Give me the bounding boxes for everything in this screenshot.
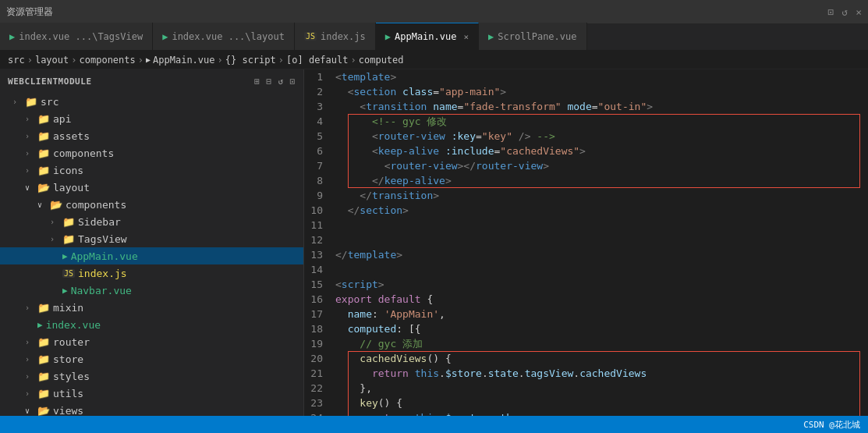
line-number: 2 [304, 84, 335, 99]
line-number: 13 [304, 247, 335, 262]
code-line-10: 10 </section> [304, 203, 868, 218]
tree-label: api [53, 113, 71, 125]
new-file-icon[interactable]: ⊞ [254, 76, 260, 87]
tab-label: ScrollPane.vue [498, 31, 576, 42]
tree-label: store [53, 353, 83, 365]
tree-label: index.vue [46, 319, 101, 331]
title-icon-3[interactable]: × [856, 6, 862, 18]
tree-item-layout-components[interactable]: ∨ 📂 components [0, 196, 303, 213]
code-line-2: 2 <section class="app-main"> [304, 84, 868, 99]
refresh-icon[interactable]: ↺ [278, 76, 284, 87]
tab-close-button[interactable]: × [463, 32, 469, 42]
breadcrumb-part: layout [35, 55, 69, 66]
tab-label: AppMain.vue [395, 31, 456, 42]
code-line-18: 18 computed: [{ [304, 321, 868, 336]
vue-icon: ▶ [62, 251, 68, 261]
sidebar-tree[interactable]: › 📁 src › 📁 api › 📁 [0, 93, 303, 416]
line-content: <section class="app-main"> [335, 84, 868, 99]
tree-item-store[interactable]: › 📁 store [0, 350, 303, 367]
app-container: 资源管理器 ⊡ ↺ × ▶ index.vue ...\TagsView ▶ i… [0, 0, 868, 433]
folder-icon: 📁 [37, 302, 50, 314]
tree-item-index-js[interactable]: › JS index.js [0, 264, 303, 282]
tree-item-views[interactable]: ∨ 📂 views [0, 402, 303, 416]
tree-arrow: › [25, 149, 37, 158]
line-number: 5 [304, 129, 335, 144]
line-number: 22 [304, 381, 335, 396]
breadcrumb-sep: › [278, 55, 284, 66]
line-content: computed: [{ [335, 321, 868, 336]
tab-index-layout[interactable]: ▶ index.vue ...\layout [153, 23, 295, 50]
tab-appmain-vue[interactable]: ▶ AppMain.vue × [376, 23, 479, 50]
tree-item-components[interactable]: › 📁 components [0, 144, 303, 161]
line-number: 9 [304, 188, 335, 203]
tree-arrow: › [50, 235, 62, 243]
folder-icon: 📁 [37, 353, 50, 365]
breadcrumb-part: computed [359, 55, 404, 66]
tree-arrow: › [25, 372, 37, 381]
vue-icon: ▶ [62, 286, 68, 296]
new-folder-icon[interactable]: ⊟ [266, 76, 271, 87]
line-number: 15 [304, 277, 335, 292]
tree-arrow: › [25, 303, 37, 312]
sidebar: WEBCLIENTMODULE ⊞ ⊟ ↺ ⊡ › 📁 src [0, 69, 304, 416]
tree-item-api[interactable]: › 📁 api [0, 110, 303, 127]
tree-label: utils [53, 388, 83, 399]
js-icon: JS [304, 32, 317, 41]
tree-item-styles[interactable]: › 📁 styles [0, 367, 303, 385]
tree-item-sidebar[interactable]: › 📁 Sidebar [0, 213, 303, 230]
tree-item-utils[interactable]: › 📁 utils [0, 385, 303, 402]
tree-item-src[interactable]: › 📁 src [0, 93, 303, 110]
tree-item-assets[interactable]: › 📁 assets [0, 127, 303, 144]
title-icon-2[interactable]: ↺ [841, 6, 848, 18]
tab-index-tagsview[interactable]: ▶ index.vue ...\TagsView [0, 23, 153, 50]
tree-arrow: › [25, 132, 37, 140]
vue-icon: ▶ [488, 31, 494, 42]
tree-item-router[interactable]: › 📁 router [0, 333, 303, 350]
tab-index-js[interactable]: JS index.js [295, 23, 376, 50]
folder-icon: 📁 [37, 113, 50, 125]
folder-icon: 📂 [37, 405, 50, 417]
tree-item-icons[interactable]: › 📁 icons [0, 161, 303, 179]
tree-label: components [66, 199, 126, 211]
tree-item-mixin[interactable]: › 📁 mixin [0, 299, 303, 316]
tree-item-navbar-vue[interactable]: › ▶ Navbar.vue [0, 282, 303, 299]
folder-icon: 📂 [37, 182, 50, 193]
line-number: 21 [304, 366, 335, 381]
tree-label: TagsView [78, 233, 127, 245]
code-line-24: 24 return this.$route.path [304, 410, 868, 416]
tree-item-layout[interactable]: ∨ 📂 layout [0, 179, 303, 196]
tree-item-index-vue[interactable]: › ▶ index.vue [0, 316, 303, 333]
folder-icon: 📁 [37, 147, 50, 159]
code-editor[interactable]: 1 <template> 2 <section class="app-main"… [304, 69, 868, 416]
tree-label: Navbar.vue [71, 285, 132, 296]
vue-icon: ▶ [385, 31, 391, 42]
tree-item-tagsview[interactable]: › 📁 TagsView [0, 230, 303, 247]
collapse-icon[interactable]: ⊡ [290, 76, 296, 87]
code-line-22: 22 }, [304, 381, 868, 396]
title-bar-label: 资源管理器 [6, 5, 53, 19]
code-line-3: 3 <transition name="fade-transform" mode… [304, 99, 868, 114]
tree-arrow: › [25, 166, 37, 175]
line-content: <transition name="fade-transform" mode="… [335, 99, 868, 114]
tree-label: router [53, 336, 90, 348]
code-area: 1 <template> 2 <section class="app-main"… [304, 69, 868, 416]
tree-arrow: ∨ [25, 183, 37, 192]
tree-arrow: › [50, 218, 62, 226]
line-number: 8 [304, 173, 335, 188]
tab-scrollpane-vue[interactable]: ▶ ScrollPane.vue [479, 23, 586, 50]
line-number: 19 [304, 336, 335, 351]
tree-label: index.js [78, 268, 127, 279]
line-content: export default { [335, 292, 868, 307]
line-number: 20 [304, 351, 335, 366]
code-line-15: 15 <script> [304, 277, 868, 292]
title-icon-1[interactable]: ⊡ [828, 6, 834, 18]
breadcrumb-sep: › [71, 55, 76, 66]
folder-icon: 📂 [50, 199, 62, 211]
line-content: </section> [335, 203, 868, 218]
line-number: 23 [304, 396, 335, 410]
tree-item-appmain-vue[interactable]: › ▶ AppMain.vue [0, 247, 303, 264]
breadcrumb: src › layout › components › ▶ AppMain.vu… [0, 51, 868, 69]
breadcrumb-part: AppMain.vue [153, 55, 214, 66]
code-line-17: 17 name: 'AppMain', [304, 307, 868, 321]
tab-label: index.vue ...\TagsView [19, 31, 143, 42]
